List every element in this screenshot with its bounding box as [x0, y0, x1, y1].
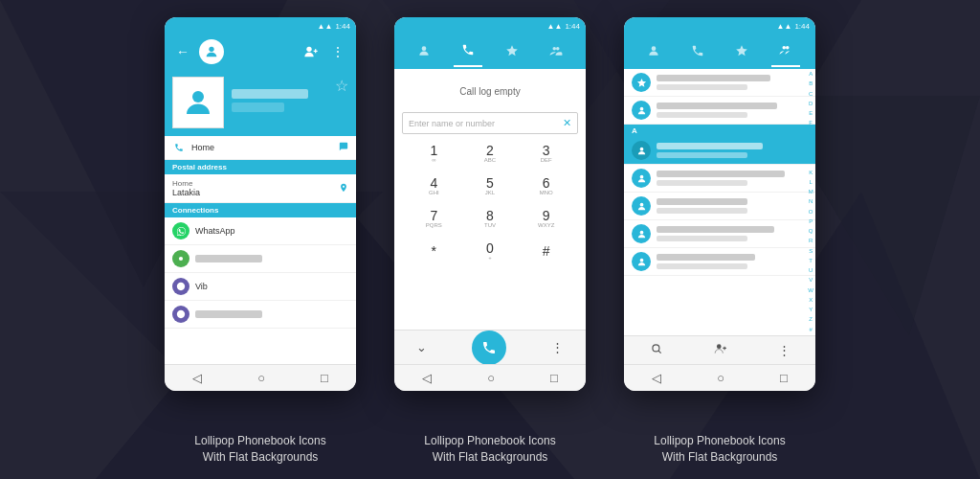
- phone3-recents-btn[interactable]: □: [780, 371, 788, 385]
- phone3-index-a[interactable]: A: [808, 71, 813, 78]
- phone3-tab-contacts[interactable]: [639, 38, 668, 66]
- phone2-clear-icon[interactable]: ✕: [563, 117, 571, 129]
- phone3-index-i[interactable]: I: [808, 149, 813, 156]
- phone3-add-contact-icon[interactable]: [714, 342, 727, 358]
- phone3-index-v[interactable]: V: [808, 277, 813, 284]
- phone3-index-hash[interactable]: #: [808, 327, 813, 333]
- phone2-tab-favorites[interactable]: [498, 38, 526, 66]
- phone3-nav-bar: [624, 34, 815, 69]
- phone3-home-btn[interactable]: ○: [717, 371, 724, 385]
- phone3-index-h[interactable]: H: [808, 140, 813, 147]
- phone3-tab-favorites[interactable]: [727, 38, 756, 66]
- phone3-index-j[interactable]: J: [808, 159, 813, 166]
- phone1-viber-row1[interactable]: [165, 245, 356, 273]
- phone1-extra-row[interactable]: [165, 301, 356, 329]
- phone2-search-bar[interactable]: Enter name or number ✕: [402, 112, 578, 134]
- phone2-key-5[interactable]: 5 JKL: [471, 172, 509, 199]
- phone2-key-1[interactable]: 1 ∞: [414, 140, 453, 167]
- phone2-back-btn[interactable]: ◁: [422, 371, 432, 385]
- list-item[interactable]: [624, 193, 815, 220]
- phone1-add-contact-icon[interactable]: [301, 41, 322, 62]
- phone3-index-w[interactable]: W: [808, 287, 813, 294]
- phone2-tab-contacts[interactable]: [410, 38, 438, 66]
- list-item[interactable]: [624, 69, 815, 97]
- phone2-key-star[interactable]: *: [414, 238, 453, 264]
- phone2-key-hash[interactable]: #: [527, 238, 566, 264]
- phone1-star-icon[interactable]: ☆: [335, 77, 348, 95]
- list-item[interactable]: [624, 137, 815, 165]
- phone3-contact-list: A: [624, 69, 815, 335]
- phone1-home-text: Home: [191, 143, 333, 152]
- phone3-index-k[interactable]: K: [808, 170, 813, 176]
- phone3-index-q[interactable]: Q: [808, 228, 813, 235]
- phone3-alphabet-index: A B C D E F G H I J K L M N O P Q: [808, 69, 813, 335]
- list-item[interactable]: [624, 165, 815, 193]
- phone1-phone-icon[interactable]: [172, 141, 186, 154]
- phone2-key-9[interactable]: 9 WXYZ: [527, 205, 566, 232]
- phone2-tab-groups[interactable]: [542, 38, 570, 66]
- phone3-bottom-nav: ◁ ○ □: [624, 364, 815, 391]
- phone3-index-l[interactable]: L: [808, 179, 813, 186]
- phone1-whatsapp-label: WhatsApp: [195, 226, 235, 236]
- phone1-more-icon[interactable]: ⋮: [327, 41, 348, 62]
- phone3-index-y[interactable]: Y: [808, 307, 813, 313]
- phone2-call-button[interactable]: [472, 331, 506, 365]
- list-item[interactable]: [624, 220, 815, 248]
- phone3-index-u[interactable]: U: [808, 267, 813, 274]
- phone3-index-c[interactable]: C: [808, 91, 813, 98]
- list-item[interactable]: [624, 97, 815, 125]
- phone3-index-m[interactable]: M: [808, 189, 813, 195]
- phone3-detail-blur-5: [657, 208, 747, 214]
- phone3-index-d[interactable]: D: [808, 101, 813, 107]
- phone2-home-btn[interactable]: ○: [487, 371, 495, 385]
- phone3-index-t[interactable]: T: [808, 258, 813, 264]
- phone1-viber-row2[interactable]: Vib: [165, 273, 356, 301]
- phone3-detail-blur-6: [657, 236, 747, 241]
- phone3-tab-groups[interactable]: [771, 37, 800, 67]
- phone1-back-btn[interactable]: ◁: [192, 371, 202, 385]
- phone3-index-n[interactable]: N: [808, 198, 813, 205]
- phone3-index-g[interactable]: G: [808, 130, 813, 137]
- phone3-avatar-7: [632, 252, 651, 271]
- svg-point-25: [639, 258, 643, 262]
- phone3-index-b[interactable]: B: [808, 80, 813, 87]
- phone3-tab-phone[interactable]: [683, 38, 712, 66]
- svg-point-8: [209, 47, 213, 52]
- phone3-search-icon[interactable]: [650, 342, 663, 358]
- svg-point-9: [306, 47, 311, 52]
- phone2-key-7[interactable]: 7 PQRS: [414, 205, 453, 232]
- phone2-key-2[interactable]: 2 ABC: [471, 140, 509, 167]
- phone2-key-3[interactable]: 3 DEF: [527, 140, 566, 167]
- phone3-index-r[interactable]: R: [808, 238, 813, 244]
- phone1-back-icon[interactable]: ←: [172, 41, 193, 62]
- phone1-nav-bar: ← ⋮: [165, 34, 356, 69]
- phone3-index-z[interactable]: Z: [808, 316, 813, 323]
- phone2-chevron-icon[interactable]: ⌄: [416, 340, 427, 354]
- svg-point-19: [786, 45, 790, 49]
- phone2-tab-phone[interactable]: [454, 37, 482, 67]
- list-item[interactable]: [624, 248, 815, 276]
- phone2-key-8[interactable]: 8 TUV: [471, 205, 509, 232]
- phone3-index-x[interactable]: X: [808, 297, 813, 304]
- phone2-more-icon[interactable]: ⋮: [551, 340, 564, 354]
- phone1-home-btn[interactable]: ○: [257, 371, 265, 385]
- phone2-key-0[interactable]: 0 +: [471, 238, 509, 264]
- phone2-key-6[interactable]: 6 MNO: [527, 172, 566, 199]
- phone3-name-blur-4: [657, 171, 785, 177]
- phone1-location-icon[interactable]: [339, 183, 348, 194]
- phone3-back-btn[interactable]: ◁: [652, 371, 661, 385]
- phone3-index-o[interactable]: O: [808, 209, 813, 216]
- phone1-message-icon[interactable]: [339, 142, 348, 153]
- phone3-index-p[interactable]: P: [808, 218, 813, 225]
- phone3-index-s[interactable]: S: [808, 248, 813, 255]
- phone3-contact-info-4: [657, 171, 808, 186]
- phone3-index-e[interactable]: E: [808, 110, 813, 117]
- phone3-index-f[interactable]: F: [808, 120, 813, 126]
- phone2-recents-btn[interactable]: □: [550, 371, 558, 385]
- phone1-recents-btn[interactable]: □: [321, 371, 328, 385]
- phone1-contact-header: ☆: [165, 69, 356, 136]
- phone3-detail-blur-3: [657, 152, 747, 158]
- phone2-key-4[interactable]: 4 GHI: [414, 172, 453, 199]
- phone3-more-icon[interactable]: ⋮: [778, 343, 791, 357]
- phone1-whatsapp-row[interactable]: WhatsApp: [165, 217, 356, 245]
